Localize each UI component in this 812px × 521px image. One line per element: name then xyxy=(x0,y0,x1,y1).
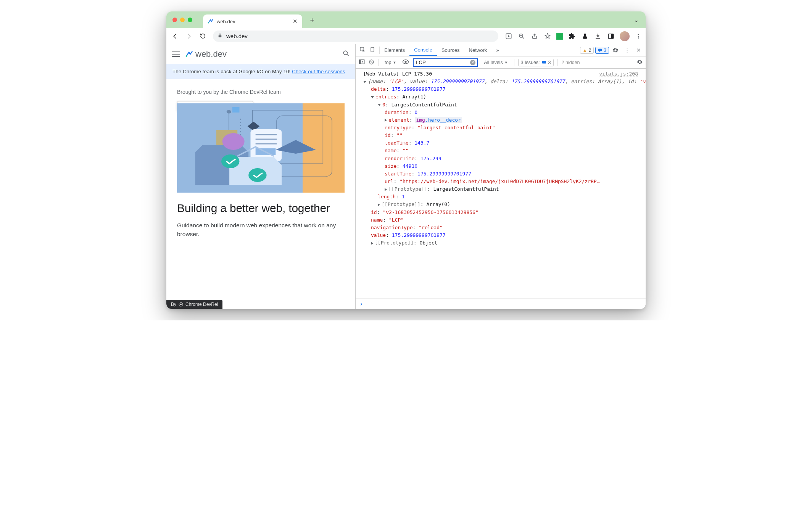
byline-name: Chrome DevRel xyxy=(185,302,218,307)
new-tab-button[interactable]: ＋ xyxy=(307,14,317,25)
tab-console[interactable]: Console xyxy=(409,44,437,56)
chrome-icon xyxy=(179,302,183,307)
devtools-menu-icon[interactable]: ⋮ xyxy=(622,45,632,55)
svg-point-26 xyxy=(248,168,266,182)
tab-elements[interactable]: Elements xyxy=(380,44,409,56)
tab-title: web.dev xyxy=(217,19,235,24)
svg-rect-1 xyxy=(219,35,222,37)
prop-root-name: name: "LCP" xyxy=(356,216,646,224)
live-expression-icon[interactable] xyxy=(402,59,409,66)
banner-link[interactable]: Check out the sessions xyxy=(292,69,345,74)
prop-root-value: value: 175.29999999701977 xyxy=(356,232,646,239)
clear-console-icon[interactable] xyxy=(369,59,374,66)
svg-rect-6 xyxy=(611,34,614,39)
device-icon[interactable] xyxy=(369,47,375,54)
svg-rect-33 xyxy=(359,60,361,64)
warnings-badge[interactable]: ▲2 xyxy=(580,47,594,54)
svg-point-9 xyxy=(638,37,639,39)
page-heading: Building a better web, together xyxy=(177,202,345,215)
back-button[interactable] xyxy=(169,31,181,42)
prop-element[interactable]: element: img.hero__decor xyxy=(356,116,646,124)
bookmark-icon[interactable] xyxy=(543,32,552,40)
settings-icon[interactable] xyxy=(611,45,620,55)
minimize-window-button[interactable] xyxy=(180,18,185,22)
site-header: web.dev xyxy=(166,44,355,64)
svg-point-19 xyxy=(222,133,245,150)
brand-text: web.dev xyxy=(195,49,227,59)
sidepanel-icon[interactable] xyxy=(607,32,615,40)
hidden-count[interactable]: 2 hidden xyxy=(562,60,580,65)
close-tab-button[interactable]: ✕ xyxy=(293,18,298,25)
page-paragraph: Guidance to build modern web experiences… xyxy=(177,221,345,239)
prop-navigationtype: navigationType: "reload" xyxy=(356,224,646,232)
byline-badge: By Chrome DevRel xyxy=(166,300,222,309)
sidebar-toggle-icon[interactable] xyxy=(359,59,365,66)
browser-tab[interactable]: web.dev ✕ xyxy=(203,14,302,28)
svg-rect-30 xyxy=(371,47,374,52)
downloads-icon[interactable] xyxy=(594,32,602,40)
entry-0[interactable]: 0: LargestContentfulPaint xyxy=(356,101,646,109)
issues-pill[interactable]: 3 Issues: 3 xyxy=(518,59,554,66)
console-output[interactable]: vitals.js:208[Web Vitals] LCP 175.30 {na… xyxy=(356,69,646,298)
extension-green-icon[interactable] xyxy=(556,33,563,40)
address-bar[interactable]: web.dev xyxy=(213,31,498,42)
extensions-icon[interactable] xyxy=(568,32,576,40)
prop-prototype-0[interactable]: [[Prototype]]: LargestContentfulPaint xyxy=(356,185,646,193)
tab-strip: web.dev ✕ ＋ ⌄ xyxy=(166,11,646,28)
inspect-icon[interactable] xyxy=(359,47,366,54)
tab-overflow-button[interactable]: ⌄ xyxy=(634,16,639,24)
log-source-link[interactable]: vitals.js:208 xyxy=(599,70,642,78)
context-selector[interactable]: top ▼ xyxy=(382,59,398,66)
prop-prototype-1[interactable]: [[Prototype]]: Array(0) xyxy=(356,201,646,208)
svg-point-28 xyxy=(180,304,182,305)
banner-text: The Chrome team is back at Google I/O on… xyxy=(172,69,292,74)
site-brand[interactable]: web.dev xyxy=(185,49,227,59)
forward-button[interactable] xyxy=(183,31,195,42)
reload-button[interactable] xyxy=(197,31,208,42)
console-settings-icon[interactable] xyxy=(637,59,643,66)
svg-point-25 xyxy=(221,154,239,168)
console-prompt[interactable]: › xyxy=(356,298,646,309)
devtools-tabs: Elements Console Sources Network » ▲2 3 … xyxy=(356,44,646,56)
tabs-overflow[interactable]: » xyxy=(491,44,503,56)
tab-network[interactable]: Network xyxy=(464,44,492,56)
page-body: Brought to you by the Chrome DevRel team… xyxy=(166,79,355,244)
close-window-button[interactable] xyxy=(172,18,177,22)
prop-name: name: "" xyxy=(356,147,646,154)
log-object-summary[interactable]: {name: 'LCP', value: 175.29999999701977,… xyxy=(356,78,646,85)
devtools-panel: Elements Console Sources Network » ▲2 3 … xyxy=(356,44,646,309)
install-icon[interactable] xyxy=(504,32,513,40)
prop-duration: duration: 0 xyxy=(356,109,646,116)
menu-button[interactable] xyxy=(172,50,180,58)
content-area: web.dev The Chrome team is back at Googl… xyxy=(166,44,646,309)
log-levels-selector[interactable]: All levels ▼ xyxy=(482,59,510,66)
prop-entrytype: entryType: "largest-contentful-paint" xyxy=(356,124,646,132)
menu-icon[interactable] xyxy=(634,32,643,40)
messages-badge[interactable]: 3 xyxy=(595,47,609,54)
tab-sources[interactable]: Sources xyxy=(437,44,464,56)
filter-input[interactable]: LCP ✕ xyxy=(413,58,478,67)
search-button[interactable] xyxy=(342,50,350,59)
prop-prototype-2[interactable]: [[Prototype]]: Object xyxy=(356,239,646,247)
favicon-icon xyxy=(208,18,214,24)
maximize-window-button[interactable] xyxy=(188,18,192,22)
lock-icon xyxy=(218,33,222,39)
url-text: web.dev xyxy=(226,33,248,39)
zoom-icon[interactable] xyxy=(517,32,526,40)
profile-avatar[interactable] xyxy=(620,31,630,41)
clear-filter-icon[interactable]: ✕ xyxy=(470,60,475,65)
labs-icon[interactable] xyxy=(581,32,589,40)
prop-entries[interactable]: entries: Array(1) xyxy=(356,93,646,101)
close-devtools-button[interactable]: ✕ xyxy=(633,45,643,55)
toolbar: web.dev xyxy=(166,28,646,44)
svg-point-7 xyxy=(638,34,639,35)
prop-id: id: "" xyxy=(356,132,646,139)
svg-rect-38 xyxy=(542,61,546,64)
svg-point-15 xyxy=(227,110,231,113)
share-icon[interactable] xyxy=(530,32,539,40)
log-header: [Web Vitals] LCP 175.30 xyxy=(363,71,432,77)
window-controls xyxy=(172,18,192,22)
byline-text: By xyxy=(171,302,176,307)
prop-root-id: id: "v2-1683052452950-3756013429856" xyxy=(356,209,646,216)
prop-size: size: 44910 xyxy=(356,162,646,170)
